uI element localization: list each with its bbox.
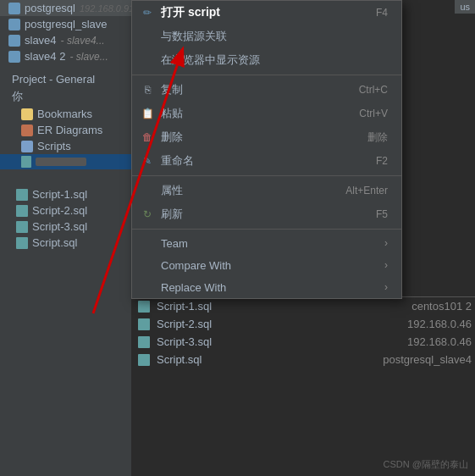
menu-replace-with-label: Replace With — [161, 281, 374, 294]
menu-properties-label: 属性 — [161, 183, 339, 198]
sidebar-item-slave4-2[interactable]: slave4 2 - slave... — [0, 48, 131, 64]
menu-paste[interactable]: 📋 粘贴 Ctrl+V — [132, 102, 401, 125]
pencil-icon: ✏ — [141, 6, 154, 19]
file-icon-1 — [16, 189, 28, 201]
menu-link-datasource[interactable]: 与数据源关联 — [132, 25, 401, 48]
file-row-4[interactable]: Script.sql postgresql_slave4 — [131, 351, 475, 368]
menu-rename-label: 重命名 — [161, 153, 369, 169]
sidebar-file-3[interactable]: Script-3.sql — [0, 219, 131, 235]
sidebar-label-4: slave4 2 — [25, 50, 65, 63]
properties-icon — [141, 184, 154, 197]
file-row-value-4: postgresql_slave4 — [383, 353, 472, 366]
file-row-name-1: Script-1.sql — [157, 300, 405, 313]
menu-copy-label: 复制 — [161, 82, 352, 97]
team-icon — [141, 236, 154, 250]
menu-delete[interactable]: 🗑 删除 删除 — [132, 125, 401, 149]
file-row-name-3: Script-3.sql — [157, 335, 400, 348]
menu-show-browser-label: 在浏览器中显示资源 — [161, 53, 388, 68]
compare-arrow-icon: › — [384, 259, 388, 271]
file-row-value-2: 192.168.0.46 — [407, 318, 472, 330]
menu-properties-shortcut: Alt+Enter — [345, 185, 388, 196]
menu-refresh-shortcut: F5 — [376, 208, 388, 220]
delete-icon: 🗑 — [141, 130, 154, 144]
file-row-value-3: 192.168.0.46 — [407, 335, 472, 348]
menu-paste-shortcut: Ctrl+V — [359, 108, 388, 119]
file-row-value-1: centos101 2 — [411, 300, 472, 313]
menu-team[interactable]: Team › — [132, 232, 401, 254]
sidebar-item-er-diagrams[interactable]: ER Diagrams — [0, 122, 131, 138]
db-icon — [8, 3, 20, 14]
file-row-name-2: Script-2.sql — [157, 318, 400, 330]
menu-open-script-label: 打开 script — [161, 5, 369, 20]
menu-refresh-label: 刷新 — [161, 207, 369, 222]
sidebar-file-4[interactable]: Script.sql — [0, 235, 131, 251]
you-label: 你 — [0, 87, 131, 106]
menu-show-browser[interactable]: 在浏览器中显示资源 — [132, 48, 401, 72]
menu-refresh[interactable]: ↻ 刷新 F5 — [132, 202, 401, 226]
folder-icon-er — [21, 125, 33, 136]
file-row-icon-4 — [138, 354, 150, 366]
separator-1 — [132, 75, 401, 75]
compare-icon — [141, 258, 154, 272]
sidebar-item-postgresql-slave[interactable]: postgresql_slave — [0, 16, 131, 32]
sidebar-sublabel-4: - slave... — [69, 51, 108, 63]
menu-rename-shortcut: F2 — [376, 155, 388, 167]
replace-arrow-icon: › — [384, 281, 388, 293]
sidebar-file-2[interactable]: Script-2.sql — [0, 202, 131, 219]
menu-replace-with[interactable]: Replace With › — [132, 276, 401, 298]
file-icon-4 — [16, 237, 28, 249]
script-icon-blurred — [21, 156, 31, 168]
paste-icon: 📋 — [141, 107, 154, 120]
file-icon-3 — [16, 221, 28, 233]
blurred-label — [36, 158, 86, 166]
menu-delete-shortcut: 删除 — [367, 130, 388, 145]
file-row-1[interactable]: Script-1.sql centos101 2 — [131, 297, 475, 315]
browser-icon — [141, 53, 154, 67]
sidebar: postgresql 192.168.0.91:5432 postgresql_… — [0, 0, 131, 476]
file-label-1: Script-1.sql — [32, 188, 87, 201]
menu-rename[interactable]: ✎ 重命名 F2 — [132, 149, 401, 173]
separator-3 — [132, 229, 401, 230]
replace-icon — [141, 280, 154, 294]
folder-icon-bookmarks — [21, 108, 33, 120]
sidebar-label-3: slave4 — [25, 34, 57, 47]
sidebar-item-postgresql[interactable]: postgresql 192.168.0.91:5432 — [0, 0, 131, 16]
menu-paste-label: 粘贴 — [161, 106, 352, 121]
sidebar-item-scripts[interactable]: Scripts — [0, 138, 131, 154]
team-arrow-icon: › — [384, 237, 388, 249]
menu-copy[interactable]: ⎘ 复制 Ctrl+C — [132, 78, 401, 102]
menu-link-datasource-label: 与数据源关联 — [161, 29, 388, 44]
sidebar-file-1[interactable]: Script-1.sql — [0, 186, 131, 202]
file-row-icon-1 — [138, 301, 150, 313]
sidebar-item-slave4[interactable]: slave4 - slave4... — [0, 32, 131, 48]
sidebar-label-2: postgresql_slave — [25, 18, 108, 30]
file-row-2[interactable]: Script-2.sql 192.168.0.46 — [131, 315, 475, 333]
sidebar-item-bookmarks[interactable]: Bookmarks — [0, 106, 131, 122]
sidebar-sublabel-3: - slave4... — [61, 35, 105, 47]
bookmarks-label: Bookmarks — [37, 108, 92, 120]
db-icon-2 — [8, 19, 20, 30]
refresh-icon: ↻ — [141, 208, 154, 221]
rename-icon: ✎ — [141, 154, 154, 168]
menu-compare-with[interactable]: Compare With › — [132, 254, 401, 276]
menu-team-label: Team — [161, 237, 374, 250]
sidebar-sublabel: 192.168.0.91:5432 — [80, 3, 131, 14]
copy-icon: ⎘ — [141, 83, 154, 97]
file-row-icon-3 — [138, 336, 150, 348]
file-row-3[interactable]: Script-3.sql 192.168.0.46 — [131, 333, 475, 351]
menu-properties[interactable]: 属性 Alt+Enter — [132, 179, 401, 202]
menu-open-script[interactable]: ✏ 打开 script F4 — [132, 1, 401, 25]
scripts-label: Scripts — [37, 140, 71, 152]
file-icon-2 — [16, 205, 28, 217]
sidebar-label: postgresql — [25, 2, 75, 14]
sidebar-item-blurred[interactable] — [0, 154, 131, 169]
folder-icon-scripts — [21, 141, 33, 152]
file-label-4: Script.sql — [32, 236, 77, 249]
file-label-2: Script-2.sql — [32, 204, 87, 217]
separator-2 — [132, 175, 401, 176]
file-label-3: Script-3.sql — [32, 220, 87, 233]
file-row-name-4: Script.sql — [157, 353, 376, 366]
file-list-area: Script-1.sql centos101 2 Script-2.sql 19… — [131, 296, 475, 476]
db-icon-3 — [8, 35, 20, 47]
er-diagrams-label: ER Diagrams — [37, 124, 102, 136]
